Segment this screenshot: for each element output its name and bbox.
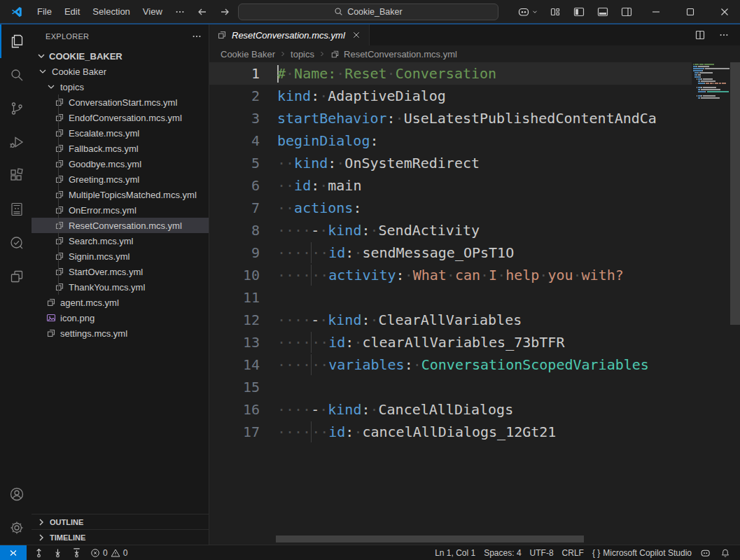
code-line-16[interactable]: 16····-·kind:·CancelAllDialogs (209, 398, 692, 421)
breadcrumb-item-file[interactable]: ResetConversation.mcs.yml (344, 49, 457, 59)
tab-close-icon[interactable] (349, 28, 363, 42)
outline-panel[interactable]: OUTLINE (32, 514, 209, 529)
item-label: ResetConversation.mcs.yml (69, 220, 182, 231)
code-line-10[interactable]: 10······activity:·What·can·I·help·you·wi… (209, 264, 692, 286)
split-editor-icon[interactable] (690, 26, 711, 44)
code-line-2[interactable]: 2kind:·AdaptiveDialog (209, 85, 692, 107)
cursor-position[interactable]: Ln 1, Col 1 (431, 548, 480, 558)
folder-item-topics[interactable]: topics (32, 79, 209, 94)
line-content: ······id:·cancelAllDialogs_12Gt21 (277, 421, 556, 442)
toggle-sidebar-icon[interactable] (568, 3, 589, 21)
code-line-4[interactable]: 4beginDialog: (209, 130, 692, 152)
pull-icon[interactable] (48, 547, 67, 558)
copilot-icon[interactable] (514, 3, 542, 21)
chevron-down-icon (36, 50, 47, 62)
timeline-panel[interactable]: TIMELINE (32, 529, 209, 545)
eol-setting[interactable]: CRLF (558, 548, 588, 558)
workspace-root[interactable]: COOKIE_BAKER (32, 48, 209, 64)
folder-item-cookie-baker[interactable]: Cookie Baker (32, 64, 209, 79)
indentation-setting[interactable]: Spaces: 4 (480, 548, 525, 558)
code-line-13[interactable]: 13······id:·clearAllVariables_73bTFR (209, 331, 692, 354)
mcs-file-icon (54, 189, 65, 200)
breadcrumb-item-topics[interactable]: topics (291, 49, 314, 59)
forward-arrow-icon[interactable] (216, 4, 234, 20)
item-label: Goodbye.mcs.yml (69, 159, 141, 169)
stacked-squares-icon[interactable] (0, 260, 32, 293)
menu-more-icon[interactable] (169, 5, 190, 19)
copilot-studio-icon[interactable] (0, 192, 32, 226)
code-line-7[interactable]: 7··actions: (209, 197, 692, 219)
line-content: ······id:·clearAllVariables_73bTFR (277, 332, 564, 353)
file-item-agent-mcs-yml[interactable]: agent.mcs.yml (32, 295, 209, 310)
explorer-more-icon[interactable] (192, 31, 202, 41)
extensions-icon[interactable] (0, 159, 32, 192)
problems-indicator[interactable]: 0 0 (86, 548, 132, 558)
warning-count: 0 (123, 548, 128, 558)
explorer-sidebar: EXPLORER COOKIE_BAKER Cookie Bakertopics… (32, 24, 209, 545)
menu-view[interactable]: View (137, 4, 168, 19)
minimap[interactable] (693, 64, 729, 99)
code-line-6[interactable]: 6··id:·main (209, 174, 692, 197)
copilot-icon[interactable] (696, 548, 716, 558)
back-arrow-icon[interactable] (193, 4, 211, 20)
editor-group: ResetConversation.mcs.yml Cookie Baker (209, 24, 740, 545)
push-icon[interactable] (29, 547, 48, 558)
line-number: 13 (209, 334, 260, 351)
line-number: 8 (209, 222, 260, 239)
encoding-setting[interactable]: UTF-8 (526, 548, 558, 558)
line-content: ····-·kind:·CancelAllDialogs (277, 401, 513, 418)
settings-gear-icon[interactable] (0, 511, 32, 545)
source-control-icon[interactable] (0, 92, 32, 125)
maximize-icon[interactable] (674, 0, 706, 23)
toggle-secondary-sidebar-icon[interactable] (616, 3, 637, 21)
remote-icon (8, 548, 18, 558)
bell-icon[interactable] (716, 548, 734, 558)
image-file-icon (46, 312, 57, 323)
close-icon[interactable] (708, 0, 740, 23)
check-circle-icon[interactable] (0, 226, 32, 260)
minimize-icon[interactable] (640, 0, 671, 23)
menu-file[interactable]: File (32, 4, 57, 19)
menu-edit[interactable]: Edit (59, 4, 85, 19)
vertical-scrollbar-thumb[interactable] (730, 62, 740, 325)
code-line-12[interactable]: 12····-·kind:·ClearAllVariables (209, 309, 692, 331)
code-editor[interactable]: 1#·Name:·Reset·Conversation2kind:·Adapti… (209, 62, 740, 545)
code-line-17[interactable]: 17······id:·cancelAllDialogs_12Gt21 (209, 421, 692, 443)
toggle-panel-icon[interactable] (592, 3, 613, 21)
run-debug-icon[interactable] (0, 125, 32, 159)
language-mode[interactable]: { } Microsoft Copilot Studio (588, 548, 696, 558)
vertical-scrollbar[interactable] (730, 62, 740, 545)
tab-resetconversation[interactable]: ResetConversation.mcs.yml (209, 24, 370, 46)
line-number: 6 (209, 177, 260, 194)
account-icon[interactable] (0, 477, 32, 511)
code-line-9[interactable]: 9······id:·sendMessage_OPsT1O (209, 241, 692, 264)
import-icon[interactable] (67, 547, 86, 558)
line-number: 2 (209, 88, 260, 104)
customize-layout-icon[interactable] (545, 3, 566, 21)
command-center-search[interactable]: Cookie_Baker (238, 4, 498, 20)
code-line-8[interactable]: 8····-·kind:·SendActivity (209, 219, 692, 241)
file-item-icon-png[interactable]: icon.png (32, 310, 209, 326)
code-line-14[interactable]: 14······variables:·ConversationScopedVar… (209, 354, 692, 376)
line-content: kind:·AdaptiveDialog (277, 88, 446, 104)
search-text: Cookie_Baker (347, 7, 403, 17)
item-label: icon.png (60, 313, 95, 323)
outline-label: OUTLINE (50, 518, 83, 526)
explorer-icon[interactable] (0, 24, 32, 58)
search-icon[interactable] (0, 58, 32, 92)
breadcrumb-item-folder[interactable]: Cookie Baker (221, 49, 275, 59)
code-line-1[interactable]: 1#·Name:·Reset·Conversation (209, 62, 692, 85)
editor-more-icon[interactable] (713, 26, 734, 44)
code-line-15[interactable]: 15 (209, 376, 692, 398)
remote-indicator[interactable] (0, 545, 27, 560)
chevron-down-icon (46, 81, 57, 92)
code-line-5[interactable]: 5··kind:·OnSystemRedirect (209, 152, 692, 174)
line-content: ··actions: (277, 200, 361, 216)
item-label: ThankYou.mcs.yml (69, 282, 145, 293)
horizontal-scrollbar-thumb[interactable] (276, 536, 584, 542)
breadcrumb: Cookie Baker topics ResetConversation.mc… (209, 46, 740, 62)
code-line-11[interactable]: 11 (209, 286, 692, 309)
menu-selection[interactable]: Selection (87, 4, 135, 19)
file-item-settings-mcs-yml[interactable]: settings.mcs.yml (32, 326, 209, 341)
code-line-3[interactable]: 3startBehavior:·UseLatestPublishedConten… (209, 107, 692, 130)
